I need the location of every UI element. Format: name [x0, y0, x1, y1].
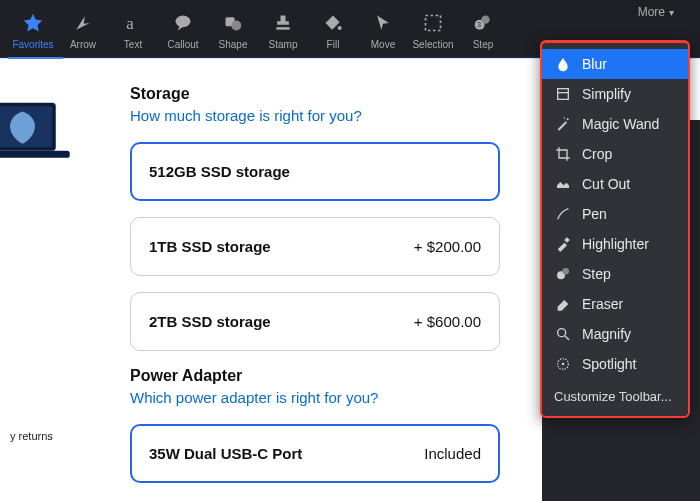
text-a-icon: a	[119, 9, 147, 37]
svg-rect-13	[558, 89, 569, 100]
option-price: + $600.00	[414, 313, 481, 330]
svg-point-23	[562, 363, 565, 366]
shapes-icon	[219, 9, 247, 37]
svg-point-19	[562, 268, 569, 275]
menu-label: Eraser	[582, 296, 623, 312]
svg-text:3: 3	[477, 21, 481, 28]
stamp-icon	[269, 9, 297, 37]
option-label: 1TB SSD storage	[149, 238, 271, 255]
storage-option-512[interactable]: 512GB SSD storage	[130, 142, 500, 201]
menu-item-pen[interactable]: Pen	[542, 199, 688, 229]
blur-icon	[554, 55, 572, 73]
menu-label: Pen	[582, 206, 607, 222]
menu-label: Step	[582, 266, 611, 282]
tool-favorites[interactable]: Favorites	[10, 7, 56, 52]
laptop-thumbnail	[0, 95, 75, 175]
tool-stamp[interactable]: Stamp	[260, 7, 306, 52]
pen-icon	[554, 205, 572, 223]
more-tools-dropdown: Blur Simplify Magic Wand Crop Cut Out Pe…	[540, 40, 690, 418]
crop-icon	[554, 145, 572, 163]
menu-item-spotlight[interactable]: Spotlight	[542, 349, 688, 379]
star-icon	[19, 9, 47, 37]
chevron-down-icon: ▾	[669, 7, 674, 18]
menu-customize-toolbar[interactable]: Customize Toolbar...	[542, 379, 688, 410]
menu-item-crop[interactable]: Crop	[542, 139, 688, 169]
tool-label: Shape	[219, 39, 248, 50]
power-help-link[interactable]: Which power adapter is right for you?	[130, 389, 378, 406]
returns-text: y returns	[10, 430, 53, 442]
svg-rect-17	[564, 237, 570, 243]
cursor-arrow-icon	[69, 9, 97, 37]
toolbar-underline-active	[8, 57, 63, 59]
svg-text:a: a	[126, 14, 134, 33]
svg-rect-6	[426, 16, 441, 31]
menu-item-cut-out[interactable]: Cut Out	[542, 169, 688, 199]
tool-label: Fill	[327, 39, 340, 50]
tool-label: Callout	[167, 39, 198, 50]
storage-option-2tb[interactable]: 2TB SSD storage + $600.00	[130, 292, 500, 351]
option-price: + $200.00	[414, 238, 481, 255]
svg-point-20	[558, 329, 566, 337]
paint-bucket-icon	[319, 9, 347, 37]
menu-label: Magnify	[582, 326, 631, 342]
toolbar-more[interactable]: More ▾	[638, 5, 674, 19]
speech-bubble-icon	[169, 9, 197, 37]
menu-item-highlighter[interactable]: Highlighter	[542, 229, 688, 259]
svg-point-5	[338, 26, 342, 30]
svg-point-16	[564, 117, 565, 118]
menu-label: Simplify	[582, 86, 631, 102]
menu-item-step[interactable]: Step	[542, 259, 688, 289]
tool-selection[interactable]: Selection	[410, 7, 456, 52]
menu-item-magic-wand[interactable]: Magic Wand	[542, 109, 688, 139]
cut-out-icon	[554, 175, 572, 193]
eraser-icon	[554, 295, 572, 313]
tool-label: Stamp	[269, 39, 298, 50]
menu-item-simplify[interactable]: Simplify	[542, 79, 688, 109]
menu-item-magnify[interactable]: Magnify	[542, 319, 688, 349]
option-price: Included	[424, 445, 481, 462]
tool-label: Favorites	[12, 39, 53, 50]
svg-point-15	[567, 118, 569, 120]
svg-point-1	[176, 16, 191, 28]
option-label: 2TB SSD storage	[149, 313, 271, 330]
magic-wand-icon	[554, 115, 572, 133]
more-label-text: More	[638, 5, 665, 19]
simplify-icon	[554, 85, 572, 103]
tool-arrow[interactable]: Arrow	[60, 7, 106, 52]
tool-text[interactable]: a Text	[110, 7, 156, 52]
tool-callout[interactable]: Callout	[160, 7, 206, 52]
menu-label: Cut Out	[582, 176, 630, 192]
magnify-icon	[554, 325, 572, 343]
tool-step[interactable]: 3 Step	[460, 7, 506, 52]
svg-point-8	[481, 16, 489, 24]
menu-label: Highlighter	[582, 236, 649, 252]
step-icon: 3	[469, 9, 497, 37]
option-label: 512GB SSD storage	[149, 163, 290, 180]
tool-shape[interactable]: Shape	[210, 7, 256, 52]
power-option-35w[interactable]: 35W Dual USB-C Port Included	[130, 424, 500, 483]
menu-label: Magic Wand	[582, 116, 659, 132]
svg-point-3	[231, 21, 241, 31]
menu-label: Blur	[582, 56, 607, 72]
spotlight-icon	[554, 355, 572, 373]
svg-rect-12	[0, 151, 70, 158]
tool-label: Arrow	[70, 39, 96, 50]
tool-fill[interactable]: Fill	[310, 7, 356, 52]
tool-label: Text	[124, 39, 142, 50]
menu-item-blur[interactable]: Blur	[542, 49, 688, 79]
move-cursor-icon	[369, 9, 397, 37]
menu-label: Spotlight	[582, 356, 636, 372]
svg-rect-4	[276, 27, 289, 29]
tool-label: Move	[371, 39, 395, 50]
menu-label: Crop	[582, 146, 612, 162]
step-icon	[554, 265, 572, 283]
tool-label: Selection	[412, 39, 453, 50]
tool-label: Step	[473, 39, 494, 50]
tool-move[interactable]: Move	[360, 7, 406, 52]
highlighter-icon	[554, 235, 572, 253]
storage-option-1tb[interactable]: 1TB SSD storage + $200.00	[130, 217, 500, 276]
selection-icon	[419, 9, 447, 37]
storage-help-link[interactable]: How much storage is right for you?	[130, 107, 362, 124]
menu-item-eraser[interactable]: Eraser	[542, 289, 688, 319]
svg-line-21	[565, 336, 569, 340]
